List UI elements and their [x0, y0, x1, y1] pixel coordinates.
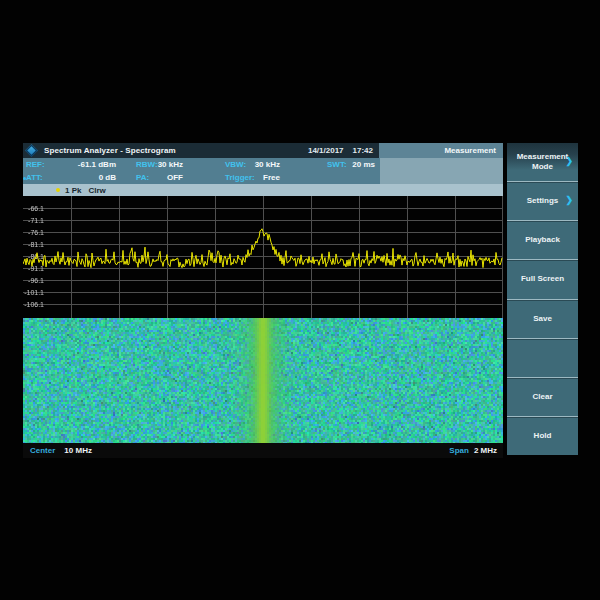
trace-mode-label: Clrw: [88, 186, 105, 195]
center-freq-value[interactable]: 10 MHz: [64, 446, 92, 455]
title-bar: Spectrum Analyzer - Spectrogram 14/1/201…: [23, 143, 503, 158]
trace-info-row[interactable]: 1 Pk Clrw: [23, 184, 503, 196]
spectrogram-canvas: [23, 318, 503, 443]
screen-background: Spectrum Analyzer - Spectrogram 14/1/201…: [0, 0, 600, 600]
settings-right-panel: [380, 158, 503, 184]
setting-value[interactable]: 30 kHz: [230, 160, 280, 169]
spectrogram-waterfall: [23, 318, 503, 443]
setting-value[interactable]: OFF: [138, 173, 183, 182]
rohde-schwarz-logo-icon: [25, 144, 38, 157]
setting-value[interactable]: 30 kHz: [138, 160, 183, 169]
softkey-label: Save: [524, 314, 561, 324]
spectrum-trace-canvas: [23, 196, 503, 318]
settings-row-1: REF:-61.1 dBmRBW:30 kHzVBW:30 kHzSWT:20 …: [23, 158, 380, 171]
softkey-playback[interactable]: Playback: [507, 221, 578, 260]
span-label: Span: [449, 446, 469, 455]
softkey-settings[interactable]: Settings❯: [507, 182, 578, 221]
setting-value[interactable]: 0 dB: [46, 173, 116, 182]
setting-label: REF:: [26, 160, 45, 169]
window-title: Spectrum Analyzer - Spectrogram: [44, 146, 176, 155]
time-label: 17:42: [353, 146, 373, 155]
date-label: 14/1/2017: [308, 146, 344, 155]
setting-label: ATT:: [26, 173, 43, 182]
frequency-bar: Center 10 MHz Span 2 MHz: [23, 443, 503, 458]
softkey-label: Full Screen: [512, 274, 573, 284]
trace-id-label: 1 Pk: [65, 186, 81, 195]
softkey-hold[interactable]: Hold: [507, 417, 578, 455]
settings-header: REF:-61.1 dBmRBW:30 kHzVBW:30 kHzSWT:20 …: [23, 158, 503, 184]
softkey-label: Hold: [525, 431, 561, 441]
setting-value[interactable]: Free: [230, 173, 280, 182]
softkey-sidebar: Measurement Mode❯Settings❯PlaybackFull S…: [507, 143, 578, 455]
softkey-save[interactable]: Save: [507, 300, 578, 339]
span-value[interactable]: 2 MHz: [474, 446, 497, 455]
softkey-label: Playback: [516, 235, 569, 245]
chevron-right-icon: ❯: [565, 196, 573, 207]
softkey-label: Settings: [518, 196, 568, 206]
softkey-measurement-mode[interactable]: Measurement Mode❯: [507, 143, 578, 182]
softkey-clear[interactable]: Clear: [507, 378, 578, 417]
settings-row-2: ATT:0 dBPA:OFFTrigger:Free: [23, 171, 380, 184]
chevron-right-icon: ❯: [565, 156, 573, 167]
setting-value[interactable]: -61.1 dBm: [46, 160, 116, 169]
date-time: 14/1/2017 17:42: [308, 146, 373, 155]
center-freq-label: Center: [30, 446, 55, 455]
measurement-mode-tab[interactable]: Measurement: [379, 143, 503, 158]
softkey-empty[interactable]: [507, 339, 578, 378]
softkey-label: Clear: [523, 392, 561, 402]
setting-value[interactable]: 20 ms: [325, 160, 375, 169]
trace-color-dot-icon: [56, 188, 60, 192]
softkey-full-screen[interactable]: Full Screen: [507, 260, 578, 299]
main-area: Spectrum Analyzer - Spectrogram 14/1/201…: [23, 143, 503, 458]
spectrum-plot: [23, 196, 503, 318]
